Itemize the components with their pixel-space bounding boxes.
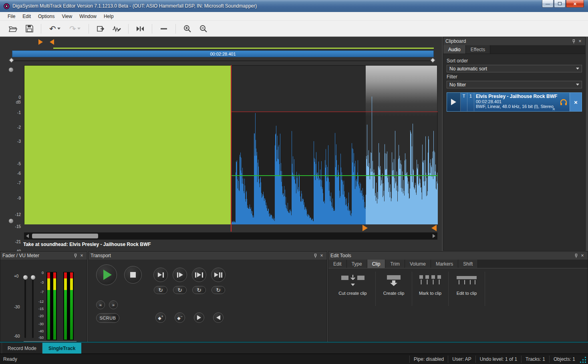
playhead-cursor[interactable]	[231, 65, 232, 232]
tab-volume[interactable]: Volume	[405, 260, 431, 268]
close-panel-icon[interactable]: ×	[318, 252, 325, 259]
preview-forward-button[interactable]	[194, 312, 204, 323]
fader-track-right[interactable]	[32, 277, 34, 338]
scroll-left-button[interactable]	[24, 232, 31, 240]
insert-take-button[interactable]	[94, 23, 107, 35]
loop-play-between-button[interactable]: ↻	[192, 286, 206, 294]
play-from-mark-button[interactable]	[173, 268, 187, 282]
gain-node-handle-top-icon[interactable]	[8, 67, 14, 72]
scrollbar-thumb[interactable]	[32, 234, 98, 238]
scrub-button[interactable]: SCRUB	[96, 313, 119, 323]
save-button[interactable]	[22, 23, 36, 35]
play-over-mark-button[interactable]	[211, 268, 226, 282]
threshold-line-red[interactable]	[232, 112, 438, 112]
edit-to-clip-button[interactable]: Edit to clip	[449, 272, 485, 306]
stop-button[interactable]	[124, 266, 142, 284]
play-to-mark-button[interactable]	[153, 268, 168, 282]
tab-edit[interactable]: Edit	[328, 260, 347, 268]
zoom-in-button[interactable]	[181, 23, 194, 35]
step-forward-button[interactable]: »	[109, 300, 118, 309]
open-button[interactable]	[6, 23, 20, 35]
resize-grip-icon[interactable]	[579, 356, 587, 364]
pin-icon[interactable]	[570, 38, 577, 44]
range-handle-right-icon[interactable]	[430, 58, 435, 63]
item-collapse-chevron-icon[interactable]: »	[551, 108, 557, 111]
app-icon[interactable]	[3, 3, 10, 10]
play-between-marks-button[interactable]	[192, 268, 206, 282]
tab-type[interactable]: Type	[347, 260, 367, 268]
close-panel-icon[interactable]: ×	[579, 252, 586, 259]
pin-icon[interactable]	[312, 252, 318, 259]
fader-thumb-right[interactable]	[30, 275, 36, 280]
menu-options[interactable]: Options	[34, 12, 58, 20]
play-button[interactable]	[96, 264, 117, 285]
skip-to-marker-button[interactable]	[133, 23, 147, 35]
preview-backward-button[interactable]	[213, 312, 224, 323]
tab-record-mode[interactable]: Record Mode	[2, 343, 42, 354]
tab-shift[interactable]: Shift	[458, 260, 478, 268]
loop-play-from-button[interactable]: ↻	[173, 286, 187, 294]
undo-dropdown-chevron-icon[interactable]	[57, 28, 60, 30]
title-bar[interactable]: DigaSystem MultiTrack Editor Version 7.1…	[0, 0, 588, 12]
item-remove-button[interactable]: ×	[570, 93, 582, 111]
gain-node-handle-bottom-icon[interactable]	[8, 218, 14, 224]
fader-track-left[interactable]	[24, 277, 26, 338]
menu-help[interactable]: Help	[100, 12, 117, 20]
create-clip-button[interactable]: Create clip	[376, 272, 412, 306]
redo-button[interactable]: ↷	[66, 23, 84, 35]
zoom-out-button[interactable]	[197, 23, 210, 35]
tab-singletrack[interactable]: SingleTrack	[42, 343, 81, 354]
item-monitor-button[interactable]	[558, 93, 570, 111]
step-back-button[interactable]: «	[96, 300, 105, 309]
selection-end-marker-icon[interactable]	[431, 225, 437, 231]
sort-order-select[interactable]: No automatic sort	[447, 65, 582, 72]
tab-clip[interactable]: Clip	[367, 260, 386, 268]
waveform-region[interactable]	[232, 66, 438, 224]
restore-icon	[558, 2, 562, 5]
cut-create-clip-button[interactable]: Cut create clip	[330, 272, 376, 306]
close-panel-icon[interactable]: ×	[79, 252, 85, 259]
mark-to-clip-button[interactable]: Mark to clip	[412, 272, 449, 306]
scrollbar-track[interactable]	[31, 232, 431, 240]
waveform-canvas[interactable]	[232, 66, 438, 224]
pin-icon[interactable]	[573, 252, 579, 259]
clip-block-green[interactable]	[24, 66, 232, 224]
close-panel-icon[interactable]: ×	[577, 38, 583, 44]
remove-marker-button[interactable]: ◆−	[175, 312, 185, 323]
close-button[interactable]: ×	[566, 0, 584, 8]
transport-header[interactable]: Transport ×	[89, 252, 327, 260]
fader-thumb-left[interactable]	[23, 275, 28, 280]
menu-edit[interactable]: Edit	[19, 12, 34, 20]
tab-trim[interactable]: Trim	[385, 260, 405, 268]
minimize-button[interactable]: —	[542, 0, 554, 8]
gain-envelope-line-green[interactable]	[232, 175, 438, 176]
menu-view[interactable]: View	[58, 12, 76, 20]
add-marker-button[interactable]: ◆+	[155, 312, 166, 323]
maximize-button[interactable]	[554, 0, 566, 8]
tab-markers[interactable]: Markers	[431, 260, 458, 268]
clipboard-header[interactable]: Clipboard ×	[443, 37, 585, 45]
tab-audio[interactable]: Audio	[443, 45, 466, 54]
horizontal-scrollbar[interactable]	[24, 232, 437, 240]
toolbar-separator	[175, 24, 176, 34]
overview-out-marker-icon[interactable]	[50, 39, 54, 45]
range-handle-left-icon[interactable]	[9, 58, 14, 63]
clipboard-item[interactable]: T 1 Elvis Presley - Jailhouse Rock BWF 0…	[447, 92, 582, 112]
pin-icon[interactable]	[72, 252, 79, 259]
tab-effects[interactable]: Effects	[466, 45, 490, 54]
overview-in-marker-icon[interactable]	[38, 39, 43, 45]
selection-start-marker-icon[interactable]	[362, 225, 368, 231]
menu-file[interactable]: File	[4, 12, 19, 20]
loop-play-over-button[interactable]: ↻	[211, 286, 225, 294]
fader-header[interactable]: Fader / VU Meter ×	[0, 252, 87, 260]
menu-window[interactable]: Window	[76, 12, 100, 20]
edit-tools-header[interactable]: Edit Tools ×	[328, 252, 588, 260]
overview-position-bar[interactable]: 00:02:28.401	[12, 50, 434, 57]
minus-button[interactable]	[157, 23, 171, 35]
scroll-right-button[interactable]	[431, 232, 437, 240]
filter-select[interactable]: No filter	[447, 81, 582, 88]
waveform-edit-button[interactable]	[110, 23, 123, 35]
item-play-button[interactable]	[447, 93, 461, 111]
undo-button[interactable]: ↶	[46, 23, 64, 35]
loop-play-to-button[interactable]: ↻	[154, 286, 167, 294]
